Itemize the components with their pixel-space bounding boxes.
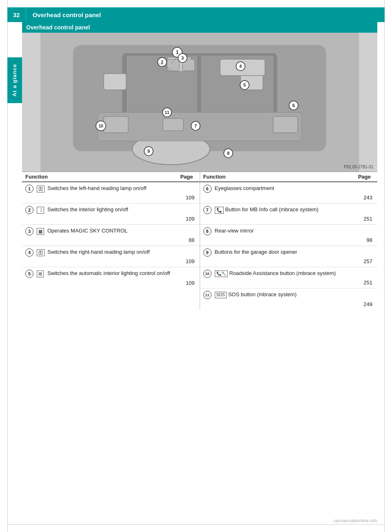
row-page: 251 [354, 279, 374, 286]
table-row: 10 📞🔧 Roadside Assistance button (mbrace… [200, 267, 378, 288]
right-table: Function Page 6 Eyeglasses compartment 2… [200, 172, 378, 310]
row-text: Operates MAGIC SKY CONTROL [47, 227, 176, 235]
magic-sky-icon: ▦ [37, 228, 46, 235]
mb-info-call-icon: 📞 [215, 206, 224, 214]
sidebar-label: At a glance [7, 57, 22, 103]
page-border-right [384, 0, 385, 532]
roadside-icon: 📞🔧 [215, 270, 228, 277]
table-row: 6 Eyeglasses compartment 243 [200, 182, 378, 203]
left-table: Function Page 1 ⚿ Switches the left-hand… [22, 172, 200, 310]
row-content: ⚿ Switches the right-hand reading lamp o… [37, 248, 176, 256]
row-page: 249 [354, 301, 374, 307]
svg-text:10: 10 [98, 124, 103, 128]
row-number: 1 [25, 185, 37, 193]
row-number: 11 [203, 291, 215, 299]
svg-rect-13 [104, 116, 128, 133]
row-content: ▦ Operates MAGIC SKY CONTROL [37, 227, 176, 235]
row-number: 10 [203, 270, 215, 278]
row-page: 243 [354, 194, 374, 201]
row-page: 88 [176, 237, 196, 243]
row-page: 257 [354, 258, 374, 264]
table-row: 11 SOS SOS button (mbrace system) 249 [200, 288, 378, 310]
photo-credit: P82.00-2781-31 [344, 165, 373, 169]
auto-light-icon: ⊞ [37, 270, 46, 277]
diagram-area: 1 2 3 4 5 6 7 8 9 [22, 33, 377, 172]
table-row: 9 Buttons for the garage door opener 257 [200, 246, 378, 267]
row-content: ⚿ Switches the left-hand reading lamp on… [37, 185, 176, 192]
row-number: 5 [25, 270, 37, 278]
row-content: 📞 Button for MB Info call (mbrace system… [215, 206, 354, 214]
header-bar: 32 Overhead control panel [7, 7, 385, 22]
row-page: 109 [176, 194, 196, 201]
main-content: Overhead control panel [22, 22, 377, 517]
right-table-header: Function Page [200, 172, 378, 182]
row-content: SOS SOS button (mbrace system) [215, 291, 354, 298]
row-number: 9 [203, 248, 215, 257]
row-text: SOS button (mbrace system) [228, 291, 354, 298]
svg-text:3: 3 [181, 56, 184, 60]
svg-rect-15 [273, 116, 298, 133]
left-header-page: Page [176, 174, 196, 180]
sos-icon: SOS [215, 291, 227, 298]
table-row: 5 ⊞ Switches the automatic interior ligh… [22, 267, 200, 288]
table-row: 3 ▦ Operates MAGIC SKY CONTROL 88 [22, 225, 200, 246]
row-number: 7 [203, 206, 215, 214]
row-text: Switches the automatic interior lighting… [47, 270, 176, 277]
svg-text:5: 5 [243, 83, 246, 87]
left-table-header: Function Page [22, 172, 200, 182]
interior-light-icon: ☽ [37, 206, 46, 214]
row-number: 8 [203, 227, 215, 235]
row-content: ☽ Switches the interior lighting on/off [37, 206, 176, 214]
svg-text:6: 6 [292, 103, 295, 108]
right-header-page: Page [354, 174, 374, 180]
left-header-function: Function [25, 174, 176, 180]
watermark: carmanualsonline.info [334, 518, 377, 523]
svg-text:2: 2 [161, 60, 163, 65]
svg-text:9: 9 [147, 149, 150, 154]
table-row: 2 ☽ Switches the interior lighting on/of… [22, 203, 200, 225]
row-number: 2 [25, 206, 37, 214]
svg-text:1: 1 [176, 49, 179, 55]
row-text: Eyeglasses compartment [215, 185, 354, 192]
row-text: Buttons for the garage door opener [215, 248, 354, 256]
row-content: 📞🔧 Roadside Assistance button (mbrace sy… [215, 270, 354, 277]
table-row: 1 ⚿ Switches the left-hand reading lamp … [22, 182, 200, 203]
right-header-function: Function [203, 174, 354, 180]
row-content: Rear-view mirror [215, 227, 354, 235]
row-number: 6 [203, 185, 215, 193]
row-text: Switches the interior lighting on/off [47, 206, 176, 213]
row-page: 109 [176, 280, 196, 286]
page-title: Overhead control panel [26, 11, 108, 18]
row-content: Buttons for the garage door opener [215, 248, 354, 256]
reading-lamp-left-icon: ⚿ [37, 185, 46, 192]
row-page: 109 [176, 258, 196, 264]
reading-lamp-right-icon: ⚿ [37, 249, 46, 256]
svg-text:7: 7 [194, 123, 197, 128]
row-content: Eyeglasses compartment [215, 185, 354, 192]
svg-rect-6 [104, 74, 126, 90]
svg-rect-14 [163, 118, 183, 131]
overhead-panel-diagram: 1 2 3 4 5 6 7 8 9 [22, 33, 377, 172]
page-number: 32 [7, 7, 26, 22]
svg-text:4: 4 [239, 64, 242, 69]
row-page: 251 [354, 216, 374, 222]
tables-container: Function Page 1 ⚿ Switches the left-hand… [22, 172, 377, 310]
table-row: 4 ⚿ Switches the right-hand reading lamp… [22, 246, 200, 267]
table-row: 8 Rear-view mirror 98 [200, 225, 378, 246]
row-text: Switches the right-hand reading lamp on/… [47, 248, 176, 256]
row-number: 4 [25, 248, 37, 257]
row-content: ⊞ Switches the automatic interior lighti… [37, 270, 176, 277]
svg-text:11: 11 [165, 110, 169, 115]
svg-text:8: 8 [227, 151, 229, 156]
table-row: 7 📞 Button for MB Info call (mbrace syst… [200, 203, 378, 225]
page-border-bottom [7, 524, 385, 525]
svg-rect-7 [167, 59, 179, 71]
row-text: Switches the left-hand reading lamp on/o… [47, 185, 176, 192]
row-text: Button for MB Info call (mbrace system) [225, 206, 354, 213]
row-page: 109 [176, 216, 196, 222]
section-header: Overhead control panel [22, 22, 377, 33]
row-text: Rear-view mirror [215, 227, 354, 235]
row-number: 3 [25, 227, 37, 235]
row-text: Roadside Assistance button (mbrace syste… [229, 270, 354, 277]
row-page: 98 [354, 237, 374, 243]
